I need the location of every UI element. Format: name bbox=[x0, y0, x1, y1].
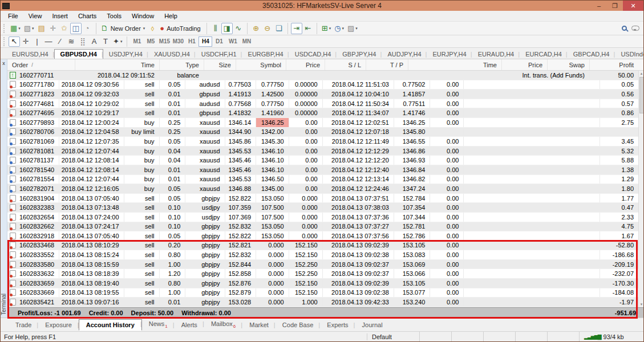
menu-item[interactable]: File bbox=[3, 11, 23, 21]
zoom-out-button[interactable]: ⊖ bbox=[262, 23, 273, 34]
column-header-close-time[interactable]: Time bbox=[408, 59, 501, 70]
timeframe-button[interactable]: H1 bbox=[185, 36, 199, 47]
table-row[interactable]: 1602832383 2018.04.13 07:13:48 sell 0.10… bbox=[7, 203, 638, 213]
terminal-tab[interactable]: Alerts bbox=[175, 320, 204, 330]
column-header-open-time[interactable]: Time bbox=[75, 59, 159, 70]
terminal-tab[interactable]: Trade bbox=[9, 320, 38, 330]
channel-tool[interactable]: ≋ bbox=[66, 36, 77, 47]
timeframe-button[interactable]: M30 bbox=[171, 36, 185, 47]
table-row[interactable]: 1602774681 2018.04.12 10:29:02 sell 0.01… bbox=[7, 99, 638, 109]
search-button[interactable] bbox=[618, 23, 630, 34]
table-row[interactable]: 1602771780 2018.04.12 09:30:56 sell 0.05… bbox=[7, 80, 638, 90]
templates-button[interactable]: ▨▾ bbox=[346, 23, 359, 34]
column-header-profit[interactable]: Profit bbox=[589, 59, 638, 70]
chart-tab[interactable]: USDCAD,H4 bbox=[289, 50, 337, 59]
table-row[interactable]: 1602832654 2018.04.13 07:24:00 sell 0.10… bbox=[7, 213, 638, 222]
strategy-tester-button[interactable]: ◔ bbox=[82, 23, 93, 34]
table-row[interactable]: 1602833669 2018.04.13 08:19:55 sell 1.00… bbox=[7, 288, 638, 298]
column-header-order[interactable]: Order/ bbox=[7, 59, 75, 70]
autoscroll-button[interactable]: ⇥ bbox=[291, 23, 302, 34]
timeframe-button[interactable]: H4 bbox=[199, 36, 212, 47]
toolbar-grip[interactable] bbox=[3, 37, 6, 46]
table-row[interactable]: 1602781069 2018.04.12 12:07:35 buy 0.05 … bbox=[7, 137, 638, 146]
vertical-scrollbar[interactable]: ▲ ▼ bbox=[638, 71, 644, 307]
table-row[interactable]: 1602782071 2018.04.12 12:16:05 buy 0.05 … bbox=[7, 184, 638, 194]
chart-tab[interactable]: EURGBP,H4 bbox=[242, 50, 289, 59]
terminal-tab[interactable]: Journal bbox=[355, 320, 390, 330]
table-row[interactable]: 1602771823 2018.04.12 09:32:03 sell 0.01… bbox=[7, 89, 638, 99]
new-chart-button[interactable]: ▦▾ bbox=[9, 23, 22, 34]
text-tool[interactable]: A bbox=[88, 36, 100, 47]
trendline-tool[interactable]: ∕ bbox=[54, 36, 66, 47]
line-chart-button[interactable]: ∿ bbox=[233, 23, 244, 34]
terminal-tab[interactable]: Market bbox=[242, 320, 276, 330]
menu-item[interactable]: Tools bbox=[102, 11, 127, 21]
data-window-button[interactable]: ✛ bbox=[47, 23, 59, 34]
table-row[interactable]: 1602832662 2018.04.13 07:24:17 sell 0.10… bbox=[7, 222, 638, 232]
table-row[interactable]: 1602833468 2018.04.13 08:10:29 sell 0.20… bbox=[7, 241, 638, 251]
timeframe-button[interactable]: M15 bbox=[157, 36, 171, 47]
table-row[interactable]: 1602780706 2018.04.12 12:04:58 buy limit… bbox=[7, 128, 638, 137]
terminal-tab[interactable]: Exposure bbox=[38, 320, 78, 330]
autotrading-button[interactable]: ●AutoTrading bbox=[158, 23, 203, 34]
table-row[interactable]: 1602774695 2018.04.12 10:29:17 sell 0.01… bbox=[7, 108, 638, 118]
menu-item[interactable]: Help bbox=[159, 11, 183, 21]
table-row[interactable]: 1602832918 2018.04.13 07:05:40 sell 0.05… bbox=[7, 231, 638, 241]
menu-item[interactable]: Window bbox=[127, 11, 159, 21]
zoom-in-button[interactable]: ⊕ bbox=[250, 23, 262, 34]
timeframe-button[interactable]: M1 bbox=[130, 36, 144, 47]
table-row[interactable]: 1602781137 2018.04.12 12:08:14 buy 0.04 … bbox=[7, 156, 638, 165]
chart-tab[interactable]: USDCHF,H1 bbox=[196, 50, 242, 59]
column-header-size[interactable]: Size bbox=[204, 59, 236, 70]
minimize-button[interactable]: – bbox=[591, 1, 607, 11]
terminal-button[interactable]: ◫ bbox=[70, 23, 82, 34]
table-row[interactable]: 1602781540 2018.04.12 12:08:14 buy 0.01 … bbox=[7, 165, 638, 175]
table-row[interactable]: 1602833552 2018.04.13 08:15:24 sell 0.80… bbox=[7, 250, 638, 260]
chart-tab[interactable]: EURCAD,H4 bbox=[520, 50, 568, 59]
fibonacci-tool[interactable]: ⣿ bbox=[77, 36, 88, 47]
timeframe-button[interactable]: MN bbox=[240, 36, 253, 47]
terminal-tab[interactable]: Mailbox6 bbox=[204, 319, 242, 331]
terminal-tab[interactable]: News1 bbox=[142, 319, 175, 331]
crosshair-tool[interactable]: ✛ bbox=[20, 36, 31, 47]
menu-item[interactable]: Insert bbox=[47, 11, 73, 21]
scrollbar-thumb[interactable] bbox=[639, 77, 644, 113]
table-row[interactable]: 1602781081 2018.04.12 12:07:44 buy 0.04 … bbox=[7, 146, 638, 156]
column-header-sl[interactable]: S / L bbox=[325, 59, 366, 70]
chart-tab[interactable]: GBPUSD,H4 bbox=[54, 49, 103, 59]
shapes-tool[interactable]: ✦▾ bbox=[111, 36, 124, 47]
status-profile[interactable]: Default bbox=[367, 332, 420, 341]
table-row[interactable]: 1602831904 2018.04.13 07:05:40 sell 0.05… bbox=[7, 194, 638, 203]
column-header-swap[interactable]: Swap bbox=[547, 59, 589, 70]
vertical-line-tool[interactable]: | bbox=[31, 36, 43, 47]
expert-advisor-button[interactable]: ⬨ bbox=[147, 23, 158, 34]
chart-tab[interactable]: USDJPY,H4 bbox=[103, 50, 148, 59]
chart-tab[interactable]: GBPJPY,H4 bbox=[337, 50, 382, 59]
candlestick-chart-button[interactable]: ◨ bbox=[221, 23, 233, 34]
chart-tab[interactable]: GBPCAD,H4 bbox=[568, 50, 615, 59]
column-header-open-price[interactable]: Price bbox=[286, 59, 325, 70]
scroll-up-icon[interactable]: ▲ bbox=[640, 71, 643, 76]
timeframe-button[interactable]: W1 bbox=[226, 36, 240, 47]
table-row[interactable]: 1602781554 2018.04.12 12:07:44 buy 0.01 … bbox=[7, 175, 638, 185]
chart-tab[interactable]: EURAUD,H4 bbox=[472, 50, 520, 59]
bar-chart-button[interactable]: ⫼ bbox=[210, 23, 221, 34]
timeframe-button[interactable]: D1 bbox=[212, 36, 226, 47]
chart-shift-button[interactable]: ⇤ bbox=[302, 23, 314, 34]
close-button[interactable]: ✕ bbox=[623, 1, 643, 11]
terminal-tab[interactable]: Experts bbox=[320, 320, 355, 330]
table-row[interactable]: 1602779893 2018.04.12 12:00:24 buy 0.25 … bbox=[7, 118, 638, 128]
table-row[interactable]: 1602770711 2018.04.12 09:11:52 balance bbox=[7, 71, 638, 80]
text-label-tool[interactable]: T bbox=[100, 36, 111, 47]
community-chat-button[interactable] bbox=[630, 23, 641, 34]
column-header-type[interactable]: Type bbox=[159, 59, 204, 70]
menu-item[interactable]: Charts bbox=[73, 11, 102, 21]
tile-windows-button[interactable]: ❏ bbox=[273, 23, 285, 34]
table-row[interactable]: 1602833580 2018.04.13 08:15:59 sell 1.00… bbox=[7, 260, 638, 270]
terminal-tab[interactable]: Account History bbox=[79, 319, 142, 331]
horizontal-line-tool[interactable]: — bbox=[43, 36, 54, 47]
terminal-close-icon[interactable]: x bbox=[2, 60, 5, 66]
menu-item[interactable]: View bbox=[23, 11, 47, 21]
cursor-tool[interactable]: ↖ bbox=[9, 36, 20, 47]
column-header-symbol[interactable]: Symbol bbox=[236, 59, 286, 70]
